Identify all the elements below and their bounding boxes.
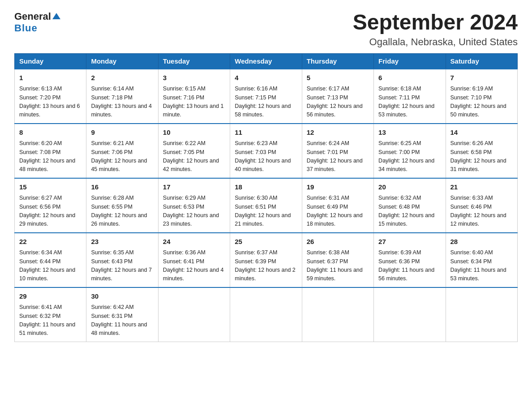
calendar-cell: 13Sunrise: 6:25 AMSunset: 7:00 PMDayligh… [374, 124, 446, 178]
calendar-cell [158, 287, 230, 342]
day-info: Sunrise: 6:37 AMSunset: 6:39 PMDaylight:… [235, 248, 297, 283]
logo: General Blue [14, 11, 60, 34]
day-number: 18 [235, 182, 297, 193]
day-info: Sunrise: 6:23 AMSunset: 7:03 PMDaylight:… [235, 139, 297, 174]
day-info: Sunrise: 6:21 AMSunset: 7:06 PMDaylight:… [91, 139, 153, 174]
day-number: 14 [450, 128, 513, 138]
calendar-cell: 19Sunrise: 6:31 AMSunset: 6:49 PMDayligh… [302, 178, 373, 233]
calendar-week-2: 8Sunrise: 6:20 AMSunset: 7:08 PMDaylight… [15, 124, 518, 178]
calendar-cell [446, 287, 517, 342]
day-info: Sunrise: 6:16 AMSunset: 7:15 PMDaylight:… [235, 85, 297, 120]
day-info: Sunrise: 6:18 AMSunset: 7:11 PMDaylight:… [378, 85, 441, 120]
calendar-header-monday: Monday [86, 53, 158, 69]
calendar-header-wednesday: Wednesday [230, 53, 302, 69]
calendar-cell: 17Sunrise: 6:29 AMSunset: 6:53 PMDayligh… [158, 178, 230, 233]
calendar-cell: 3Sunrise: 6:15 AMSunset: 7:16 PMDaylight… [158, 69, 230, 124]
day-number: 10 [163, 128, 225, 138]
day-info: Sunrise: 6:24 AMSunset: 7:01 PMDaylight:… [307, 139, 369, 174]
calendar-cell [302, 287, 373, 342]
calendar-header-row: SundayMondayTuesdayWednesdayThursdayFrid… [15, 53, 518, 69]
day-info: Sunrise: 6:42 AMSunset: 6:31 PMDaylight:… [91, 303, 153, 338]
calendar-cell: 30Sunrise: 6:42 AMSunset: 6:31 PMDayligh… [86, 287, 158, 342]
day-number: 21 [450, 182, 513, 193]
day-number: 26 [307, 237, 369, 247]
day-info: Sunrise: 6:13 AMSunset: 7:20 PMDaylight:… [19, 85, 82, 120]
day-number: 27 [378, 237, 441, 247]
calendar-cell: 15Sunrise: 6:27 AMSunset: 6:56 PMDayligh… [15, 178, 86, 233]
day-number: 16 [91, 182, 153, 193]
calendar-week-4: 22Sunrise: 6:34 AMSunset: 6:44 PMDayligh… [15, 233, 518, 287]
calendar-cell: 11Sunrise: 6:23 AMSunset: 7:03 PMDayligh… [230, 124, 302, 178]
calendar-header-tuesday: Tuesday [158, 53, 230, 69]
day-number: 13 [378, 128, 441, 138]
day-number: 22 [19, 237, 82, 247]
calendar-header-saturday: Saturday [446, 53, 517, 69]
day-info: Sunrise: 6:34 AMSunset: 6:44 PMDaylight:… [19, 248, 82, 283]
calendar-cell: 6Sunrise: 6:18 AMSunset: 7:11 PMDaylight… [374, 69, 446, 124]
day-info: Sunrise: 6:14 AMSunset: 7:18 PMDaylight:… [91, 85, 153, 120]
calendar-cell: 23Sunrise: 6:35 AMSunset: 6:43 PMDayligh… [86, 233, 158, 287]
calendar-cell: 29Sunrise: 6:41 AMSunset: 6:32 PMDayligh… [15, 287, 86, 342]
calendar-week-5: 29Sunrise: 6:41 AMSunset: 6:32 PMDayligh… [15, 287, 518, 342]
calendar-header-thursday: Thursday [302, 53, 373, 69]
calendar-cell: 9Sunrise: 6:21 AMSunset: 7:06 PMDaylight… [86, 124, 158, 178]
calendar-cell: 27Sunrise: 6:39 AMSunset: 6:36 PMDayligh… [374, 233, 446, 287]
calendar-cell: 21Sunrise: 6:33 AMSunset: 6:46 PMDayligh… [446, 178, 517, 233]
calendar-cell: 16Sunrise: 6:28 AMSunset: 6:55 PMDayligh… [86, 178, 158, 233]
page-title: September 2024 [353, 11, 518, 34]
day-number: 28 [450, 237, 513, 247]
day-number: 5 [307, 73, 369, 83]
day-info: Sunrise: 6:32 AMSunset: 6:48 PMDaylight:… [378, 194, 441, 229]
day-number: 8 [19, 128, 82, 138]
calendar-cell: 12Sunrise: 6:24 AMSunset: 7:01 PMDayligh… [302, 124, 373, 178]
day-info: Sunrise: 6:36 AMSunset: 6:41 PMDaylight:… [163, 248, 225, 283]
calendar-cell: 1Sunrise: 6:13 AMSunset: 7:20 PMDaylight… [15, 69, 86, 124]
day-info: Sunrise: 6:20 AMSunset: 7:08 PMDaylight:… [19, 139, 82, 174]
calendar-week-1: 1Sunrise: 6:13 AMSunset: 7:20 PMDaylight… [15, 69, 518, 124]
calendar-cell: 14Sunrise: 6:26 AMSunset: 6:58 PMDayligh… [446, 124, 517, 178]
calendar-header-friday: Friday [374, 53, 446, 69]
day-number: 7 [450, 73, 513, 83]
day-info: Sunrise: 6:17 AMSunset: 7:13 PMDaylight:… [307, 85, 369, 120]
calendar-week-3: 15Sunrise: 6:27 AMSunset: 6:56 PMDayligh… [15, 178, 518, 233]
day-info: Sunrise: 6:30 AMSunset: 6:51 PMDaylight:… [235, 194, 297, 229]
day-number: 9 [91, 128, 153, 138]
day-info: Sunrise: 6:29 AMSunset: 6:53 PMDaylight:… [163, 194, 225, 229]
calendar-cell: 10Sunrise: 6:22 AMSunset: 7:05 PMDayligh… [158, 124, 230, 178]
day-number: 30 [91, 291, 153, 302]
day-number: 6 [378, 73, 441, 83]
day-info: Sunrise: 6:27 AMSunset: 6:56 PMDaylight:… [19, 194, 82, 229]
day-number: 20 [378, 182, 441, 193]
day-number: 15 [19, 182, 82, 193]
logo-blue: Blue [14, 22, 38, 34]
day-info: Sunrise: 6:31 AMSunset: 6:49 PMDaylight:… [307, 194, 369, 229]
calendar-cell: 22Sunrise: 6:34 AMSunset: 6:44 PMDayligh… [15, 233, 86, 287]
calendar-cell: 5Sunrise: 6:17 AMSunset: 7:13 PMDaylight… [302, 69, 373, 124]
page-subtitle: Ogallala, Nebraska, United States [353, 36, 518, 48]
day-info: Sunrise: 6:19 AMSunset: 7:10 PMDaylight:… [450, 85, 513, 120]
day-info: Sunrise: 6:15 AMSunset: 7:16 PMDaylight:… [163, 85, 225, 120]
day-info: Sunrise: 6:39 AMSunset: 6:36 PMDaylight:… [378, 248, 441, 283]
calendar-table: SundayMondayTuesdayWednesdayThursdayFrid… [14, 53, 518, 342]
page-header: General Blue September 2024 Ogallala, Ne… [14, 11, 518, 48]
day-info: Sunrise: 6:22 AMSunset: 7:05 PMDaylight:… [163, 139, 225, 174]
day-info: Sunrise: 6:25 AMSunset: 7:00 PMDaylight:… [378, 139, 441, 174]
day-number: 17 [163, 182, 225, 193]
logo-general: General [14, 11, 60, 22]
calendar-cell: 25Sunrise: 6:37 AMSunset: 6:39 PMDayligh… [230, 233, 302, 287]
calendar-header-sunday: Sunday [15, 53, 86, 69]
day-number: 19 [307, 182, 369, 193]
calendar-cell: 8Sunrise: 6:20 AMSunset: 7:08 PMDaylight… [15, 124, 86, 178]
day-info: Sunrise: 6:38 AMSunset: 6:37 PMDaylight:… [307, 248, 369, 283]
day-number: 1 [19, 73, 82, 83]
calendar-cell: 28Sunrise: 6:40 AMSunset: 6:34 PMDayligh… [446, 233, 517, 287]
day-info: Sunrise: 6:41 AMSunset: 6:32 PMDaylight:… [19, 303, 82, 338]
calendar-cell: 2Sunrise: 6:14 AMSunset: 7:18 PMDaylight… [86, 69, 158, 124]
day-info: Sunrise: 6:28 AMSunset: 6:55 PMDaylight:… [91, 194, 153, 229]
day-info: Sunrise: 6:33 AMSunset: 6:46 PMDaylight:… [450, 194, 513, 229]
calendar-cell [230, 287, 302, 342]
day-number: 24 [163, 237, 225, 247]
calendar-cell: 7Sunrise: 6:19 AMSunset: 7:10 PMDaylight… [446, 69, 517, 124]
calendar-cell: 4Sunrise: 6:16 AMSunset: 7:15 PMDaylight… [230, 69, 302, 124]
day-number: 29 [19, 291, 82, 302]
